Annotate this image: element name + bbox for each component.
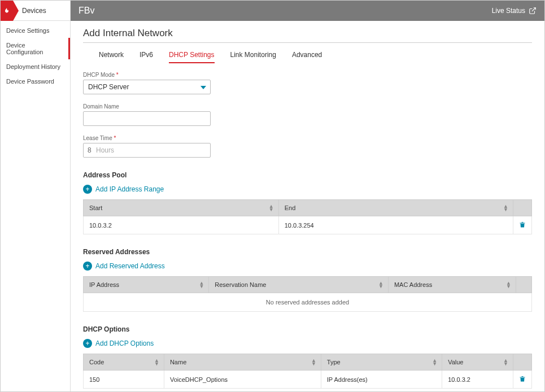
- sort-icon: ▲▼: [269, 204, 274, 211]
- trash-icon[interactable]: [519, 375, 526, 382]
- sort-icon: ▲▼: [378, 281, 383, 288]
- domain-name-input[interactable]: [83, 111, 211, 126]
- empty-row: No reserved addresses added: [84, 293, 532, 312]
- live-status-label: Live Status: [492, 7, 525, 15]
- svg-line-0: [532, 8, 535, 11]
- dhcp-mode-select[interactable]: [83, 80, 211, 94]
- sidebar-header: Devices: [1, 1, 70, 21]
- col-action: [513, 354, 532, 371]
- plus-icon: +: [83, 339, 92, 348]
- cell-code: 150: [84, 371, 164, 389]
- cell-start: 10.0.3.2: [84, 216, 279, 234]
- add-ip-address-range-button[interactable]: + Add IP Address Range: [83, 185, 532, 194]
- col-start[interactable]: Start▲▼: [84, 200, 279, 216]
- table-row: 10.0.3.2 10.0.3.254: [84, 216, 532, 234]
- page-title: Add Internal Network: [83, 28, 532, 43]
- plus-icon: +: [83, 185, 92, 194]
- sidebar-item-device-configuration[interactable]: Device Configuration: [1, 38, 70, 59]
- address-pool-table: Start▲▼ End▲▼ 10.0.3.2 10.0.3.254: [83, 199, 532, 234]
- domain-name-label: Domain Name: [83, 103, 532, 110]
- lease-time-label: Lease Time *: [83, 135, 532, 141]
- address-pool-title: Address Pool: [83, 171, 532, 179]
- dhcp-options-table: Code▲▼ Name▲▼ Type▲▼ Value▲▼ 150 VoiceDH…: [83, 354, 532, 389]
- sort-icon: ▲▼: [199, 281, 204, 288]
- topbar: FBv Live Status: [71, 1, 544, 21]
- tab-link-monitoring[interactable]: Link Monitoring: [230, 47, 276, 63]
- col-value[interactable]: Value▲▼: [442, 354, 513, 371]
- col-mac[interactable]: MAC Address▲▼: [388, 277, 516, 293]
- live-status-link[interactable]: Live Status: [492, 7, 537, 15]
- sort-icon: ▲▼: [432, 359, 437, 365]
- col-code[interactable]: Code▲▼: [84, 354, 164, 371]
- lease-time-value-prefix: 8: [88, 146, 91, 154]
- table-row: 150 VoiceDHCP_Options IP Address(es) 10.…: [84, 371, 532, 389]
- dhcp-options-title: DHCP Options: [83, 325, 532, 333]
- sidebar-item-device-password[interactable]: Device Password: [1, 74, 70, 89]
- col-end[interactable]: End▲▼: [278, 200, 513, 216]
- plus-icon: +: [83, 262, 92, 271]
- col-type[interactable]: Type▲▼: [321, 354, 442, 371]
- col-action: [513, 200, 532, 216]
- flame-icon: [1, 1, 13, 21]
- device-name: FBv: [79, 6, 94, 16]
- trash-icon[interactable]: [519, 221, 526, 228]
- sort-icon: ▲▼: [311, 359, 316, 365]
- reserved-addresses-title: Reserved Addresses: [83, 248, 532, 256]
- external-link-icon: [529, 7, 537, 15]
- sort-icon: ▲▼: [503, 359, 508, 365]
- tabs: Network IPv6 DHCP Settings Link Monitori…: [83, 47, 532, 64]
- cell-end: 10.0.3.254: [278, 216, 513, 234]
- sidebar-item-device-settings[interactable]: Device Settings: [1, 23, 70, 38]
- add-dhcp-options-button[interactable]: + Add DHCP Options: [83, 339, 532, 348]
- col-name[interactable]: Name▲▼: [164, 354, 321, 371]
- sidebar-item-deployment-history[interactable]: Deployment History: [1, 59, 70, 74]
- tab-network[interactable]: Network: [99, 47, 124, 63]
- sort-icon: ▲▼: [506, 281, 511, 288]
- sort-icon: ▲▼: [503, 204, 508, 211]
- lease-time-input[interactable]: [83, 143, 211, 158]
- col-action: [516, 277, 532, 293]
- tab-ipv6[interactable]: IPv6: [139, 47, 153, 63]
- add-reserved-address-button[interactable]: + Add Reserved Address: [83, 262, 532, 271]
- dhcp-mode-label: DHCP Mode *: [83, 72, 532, 78]
- col-ip[interactable]: IP Address▲▼: [84, 277, 209, 293]
- cell-name: VoiceDHCP_Options: [164, 371, 321, 389]
- sidebar: Devices Device Settings Device Configura…: [1, 1, 71, 391]
- col-reservation-name[interactable]: Reservation Name▲▼: [209, 277, 389, 293]
- tab-dhcp-settings[interactable]: DHCP Settings: [169, 47, 214, 63]
- cell-value: 10.0.3.2: [442, 371, 513, 389]
- cell-type: IP Address(es): [321, 371, 442, 389]
- tab-advanced[interactable]: Advanced: [292, 47, 322, 63]
- sort-icon: ▲▼: [154, 359, 159, 365]
- reserved-addresses-table: IP Address▲▼ Reservation Name▲▼ MAC Addr…: [83, 276, 532, 312]
